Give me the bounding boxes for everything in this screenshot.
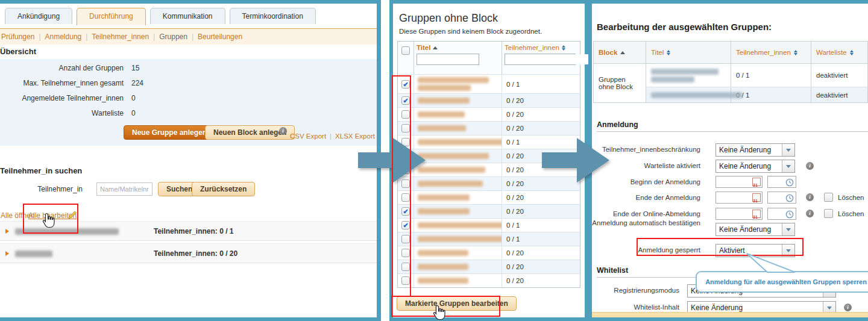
calendar-icon[interactable]: 31 [752,210,761,218]
info-icon[interactable]: i [279,127,287,135]
field-label: Anmeldung gesperrt [592,246,700,254]
row-checkbox[interactable]: ✔ [401,96,410,105]
field-label: Whitelist-Inhalt [592,304,679,311]
column-header-warteliste[interactable]: Warteliste [811,42,868,63]
column-header-teilnehmer[interactable]: Teilnehmer_innen [505,44,577,51]
selected-group-title-redacted [646,87,731,102]
selected-group-title-redacted [646,64,731,87]
date-input[interactable]: 31 [715,176,763,188]
stat-value: 224 [131,79,143,87]
row-checkbox[interactable] [401,276,410,285]
subnav-teilnehmer[interactable]: Teilnehmer_innen [92,33,159,41]
titel-filter-input[interactable] [417,54,479,65]
info-icon[interactable]: i [806,210,814,217]
row-checkbox[interactable] [401,110,410,119]
select-all-checkbox[interactable] [401,46,410,55]
row-checkbox[interactable] [401,249,410,257]
subnav-gruppen[interactable]: Gruppen [159,33,198,41]
delete-checkbox[interactable] [824,193,833,202]
delete-checkbox[interactable] [824,209,833,218]
dropdown-select[interactable]: Keine Änderung [715,160,795,173]
tooltip: Anmeldung für alle ausgewählten Gruppen … [696,271,868,293]
row-checkbox[interactable]: ✔ [401,221,410,229]
csv-export-link[interactable]: CSV Export [290,132,335,140]
group-title-redacted [414,122,502,135]
column-header-titel[interactable]: Titel [646,42,731,63]
dropdown-value: Keine Änderung [716,144,782,156]
calendar-icon[interactable]: 31 [752,193,761,202]
column-header-teilnehmer[interactable]: Teilnehmer_innen [731,42,811,63]
subnav-pruefungen[interactable]: Prüfungen [1,33,45,41]
group-table-row: 0 / 20 [398,246,580,260]
dropdown-select[interactable]: Keine Änderung [715,143,795,157]
subnav-beurteilungen[interactable]: Beurteilungen [198,33,242,41]
clock-icon[interactable] [785,178,794,189]
bottom-section-bar [592,312,868,317]
row-checkbox[interactable] [401,263,410,271]
column-header-block[interactable]: Block [594,42,646,63]
time-input[interactable] [767,192,796,204]
tab-ankuendigung[interactable]: Ankündigung [5,8,72,24]
selected-group-row: 0 / 1deaktiviert [646,87,867,102]
time-input[interactable] [767,176,796,188]
group-count-cell: 0 / 20 [502,274,580,287]
calendar-icon[interactable]: 31 [752,178,761,186]
row-checkbox[interactable]: ✔ [401,80,410,89]
row-checkbox[interactable]: ✔ [401,207,410,216]
subnav-anmeldung[interactable]: Anmeldung [45,33,92,41]
stat-row: Max. Teilnehmer_innen gesamt 224 [0,79,377,91]
sort-both-icon [850,50,854,55]
tab-terminkoordination[interactable]: Terminkoordination [230,8,316,24]
main-tab-bar: Ankündigung Durchführung Kommunikation T… [5,8,316,25]
new-group-button[interactable]: Neue Gruppe anlegen [124,125,215,140]
group-title-redacted [414,136,502,149]
stat-value: 15 [131,64,139,72]
chevron-down-icon [782,144,794,156]
column-header-titel[interactable]: Titel [417,44,499,51]
date-input[interactable]: 31 [715,208,763,220]
expand-triangle-icon[interactable] [5,251,9,256]
selected-group-row: 0 / 1deaktiviert [646,64,867,87]
group-table-row: ✔0 / 20 [398,93,580,107]
group-title-redacted [414,205,502,218]
teilnehmer-filter [505,54,576,65]
row-checkbox[interactable] [401,235,410,243]
info-icon[interactable]: i [844,304,852,311]
time-input[interactable] [767,208,796,220]
group-title-redacted [414,94,502,107]
reset-button[interactable]: Zurücksetzen [192,182,255,196]
chevron-down-icon [782,160,794,172]
block-cell: Gruppen ohne Block [594,64,646,102]
sort-both-icon [667,50,670,55]
group-title-redacted [414,163,502,176]
stat-label: Angemeldete Teilnehmer_innen [0,94,124,102]
info-icon[interactable]: i [806,162,814,170]
expand-triangle-icon[interactable] [5,229,9,234]
dropdown-value: Keine Änderung [716,223,782,235]
group-table-row: ✔0 / 20 [398,204,580,218]
clock-icon[interactable] [785,194,794,205]
stat-row: Anzahl der Gruppen 15 [0,64,377,76]
clock-icon[interactable] [785,210,794,221]
row-checkbox[interactable] [401,124,410,132]
hand-cursor-icon [42,213,55,231]
tooltip-tail [738,253,811,273]
xlsx-export-link[interactable]: XLSX Export [335,132,375,140]
edit-marked-groups-button[interactable]: Markierte Gruppen bearbeiten [397,296,517,311]
dropdown-select[interactable]: Keine Änderung [715,223,795,236]
stat-label: Anzahl der Gruppen [0,64,124,72]
stat-row: Angemeldete Teilnehmer_innen 0 [0,94,377,106]
selected-groups-table-body: Gruppen ohne Block 0 / 1deaktiviert0 / 1… [594,63,867,102]
info-icon[interactable]: i [806,193,814,201]
tab-kommunikation[interactable]: Kommunikation [150,8,225,24]
date-input[interactable]: 31 [715,192,763,204]
row-checkbox[interactable] [401,193,410,202]
search-input[interactable] [96,182,153,196]
field-label: Ende der Online-Abmeldung [592,210,700,218]
tab-durchfuehrung[interactable]: Durchführung [77,8,146,25]
group-accordion-row[interactable]: Teilnehmer_innen: 0 / 1 [0,221,377,241]
group-count-cell: 0 / 20 [502,191,580,204]
field-label: Ende der Anmeldung [592,194,700,202]
group-accordion-row[interactable]: Teilnehmer_innen: 0 / 20 [0,243,377,263]
selected-group-count: 0 / 1 [731,64,811,87]
